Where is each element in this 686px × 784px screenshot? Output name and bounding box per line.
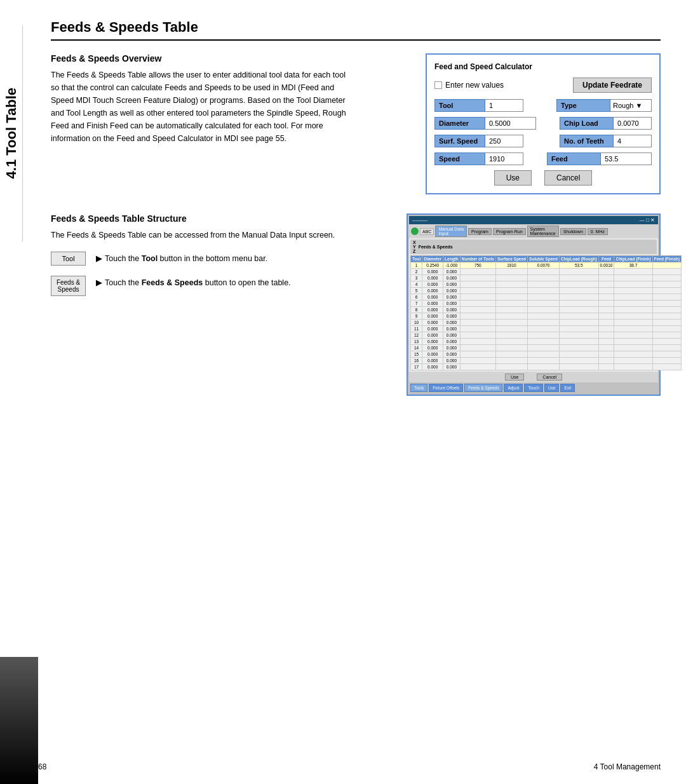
field-row-2: Diameter 0.5000 Chip Load 0.0070 [434, 117, 652, 130]
ss-system-btn: SystemMaintenance [527, 226, 559, 237]
table-row: 90.0000.000 [411, 313, 682, 320]
chip-load-label: Chip Load [560, 117, 614, 130]
type-field: Type Rough ▼ [556, 99, 652, 112]
ss-program-btn: Program [468, 228, 492, 235]
use-button[interactable]: Use [494, 170, 532, 186]
ss-footer-toolbar: Tools Fixture Offsets Feeds & Speeds Adj… [409, 382, 658, 393]
type-value[interactable]: Rough ▼ [610, 99, 652, 112]
surf-speed-label: Surf. Speed [434, 135, 485, 147]
checkbox-label[interactable]: Enter new values [434, 81, 504, 90]
feeds-speeds-instruction: ▶Touch the Feeds & Speeds button to open… [96, 276, 291, 289]
ss-adjust-btn[interactable]: Adjust [504, 384, 523, 392]
page-footer: 68 4 Tool Management [38, 762, 661, 771]
update-feedrate-button[interactable]: Update Feedrate [573, 78, 652, 93]
tool-example-button[interactable]: Tool [51, 252, 86, 266]
table-row: 140.0000.000 [411, 345, 682, 351]
ss-titlebar: ——— — □ ✕ [409, 216, 658, 224]
surf-speed-field: Surf. Speed 250 [434, 135, 523, 147]
table-row: 50.0000.000 [411, 288, 682, 294]
calc-box: Feed and Speed Calculator Enter new valu… [426, 53, 661, 194]
ss-window-controls: — □ ✕ [640, 217, 655, 223]
surf-speed-value: 250 [485, 135, 523, 147]
ss-col-length: Length [443, 256, 461, 262]
gradient-decoration [0, 657, 38, 784]
tool-value: 1 [485, 99, 523, 112]
ss-col-chipload: ChipLoad (Rough) [559, 256, 598, 262]
tool-field: Tool 1 [434, 99, 523, 112]
ss-col-feed: Feed [598, 256, 614, 262]
table-row: 40.0000.000 [411, 281, 682, 288]
calc-buttons: Use Cancel [434, 170, 652, 186]
table-row: 30.0000.000 [411, 275, 682, 281]
ss-content: XYZ Feeds & Speeds Tool Diameter Length … [409, 238, 658, 372]
ss-cancel-button[interactable]: Cancel [537, 374, 562, 381]
table-row: 160.0000.000 [411, 358, 682, 364]
ss-touch-btn[interactable]: Touch [524, 384, 542, 392]
field-row-4: Speed 1910 Feed 53.5 [434, 152, 652, 165]
ss-feeds-speeds-title: XYZ Feeds & Speeds [410, 240, 657, 254]
overview-section: Feeds & Speeds Overview The Feeds & Spee… [51, 53, 407, 194]
table-row: 110.0000.000 [411, 326, 682, 332]
field-row-3: Surf. Speed 250 No. of Teeth 4 [434, 135, 652, 147]
structure-body: The Feeds & Speeds Table can be accessed… [51, 229, 356, 241]
ss-table-body: 1 0.2540 -1.000 750 1910 0.0070 53.5 0.0… [411, 262, 682, 370]
overview-title: Feeds & Speeds Overview [51, 53, 407, 64]
diameter-label: Diameter [434, 117, 485, 130]
checkbox-text: Enter new values [445, 81, 504, 90]
table-row: 1 0.2540 -1.000 750 1910 0.0070 53.5 0.0… [411, 262, 682, 269]
ss-tools-btn[interactable]: Tools [410, 384, 427, 392]
ss-use-button[interactable]: Use [505, 374, 524, 381]
field-row-1: Tool 1 Type Rough ▼ [434, 99, 652, 112]
table-row: 100.0000.000 [411, 320, 682, 326]
diameter-value: 0.5000 [485, 117, 536, 130]
calc-title: Feed and Speed Calculator [434, 62, 652, 71]
speed-value: 1910 [485, 152, 523, 165]
ss-manual-data-btn: Manual DataInput [435, 226, 467, 237]
calculator-section: Feed and Speed Calculator Enter new valu… [426, 53, 661, 194]
structure-section: Feeds & Speeds Table Structure The Feeds… [51, 213, 387, 396]
table-row: 120.0000.000 [411, 332, 682, 339]
ss-abc-btn: ABC [420, 228, 434, 235]
diameter-field: Diameter 0.5000 [434, 117, 536, 130]
type-label: Type [556, 99, 610, 112]
chip-load-field: Chip Load 0.0070 [560, 117, 652, 130]
speed-label: Speed [434, 152, 485, 165]
feed-label: Feed [547, 152, 601, 165]
ss-program-run-btn: Program Run [493, 228, 526, 235]
feeds-speeds-example-button[interactable]: Feeds & Speeds [51, 276, 86, 296]
ss-fixture-offsets-btn[interactable]: Fixture Offsets [429, 384, 463, 392]
ss-mhz-btn: 0. MHz [588, 228, 608, 235]
side-tab: 4.1 Tool Table [0, 25, 23, 241]
feed-field: Feed 53.5 [547, 152, 652, 165]
ss-col-soluble-speed: Soluble Speed [528, 256, 560, 262]
table-row: 80.0000.000 [411, 307, 682, 313]
num-teeth-value: 4 [614, 135, 652, 147]
structure-title: Feeds & Speeds Table Structure [51, 213, 387, 224]
ss-shutdown-btn: Shutdown [560, 228, 586, 235]
ss-col-surface-speed: Surface Speed [495, 256, 527, 262]
table-row: 130.0000.000 [411, 339, 682, 345]
table-row: 70.0000.000 [411, 301, 682, 307]
ss-col-num-tools: Number of Tools [460, 256, 495, 262]
screenshot-area: ——— — □ ✕ ABC Manual DataInput Program P… [407, 213, 661, 396]
cancel-button[interactable]: Cancel [544, 170, 592, 186]
tool-button-example: Tool ▶Touch the Tool button in the botto… [51, 252, 387, 266]
ss-col-chipload-finish: ChipLoad (Finish) [614, 256, 652, 262]
speed-field: Speed 1910 [434, 152, 523, 165]
ss-data-table: Tool Diameter Length Number of Tools Sur… [410, 255, 682, 370]
num-teeth-label: No. of Teeth [560, 135, 614, 147]
enter-new-values-checkbox[interactable] [434, 81, 442, 89]
ss-feeds-speeds-footer-btn[interactable]: Feeds & Speeds [464, 384, 502, 392]
ss-feeds-speeds-label: Feeds & Speeds [419, 245, 453, 249]
ss-use-footer-btn[interactable]: Use [544, 384, 560, 392]
ss-exit-btn[interactable]: Exit [560, 384, 575, 392]
calc-top-row: Enter new values Update Feedrate [434, 78, 652, 93]
ss-title-text: ——— [412, 217, 427, 223]
table-row: 170.0000.000 [411, 364, 682, 370]
feeds-speeds-button-example: Feeds & Speeds ▶Touch the Feeds & Speeds… [51, 276, 387, 296]
page-number: 68 [38, 762, 46, 771]
feed-value: 53.5 [601, 152, 652, 165]
ss-col-feed-finish: Feed (Finish) [652, 256, 681, 262]
ss-bottom-row: Use Cancel [409, 372, 658, 382]
chip-load-value: 0.0070 [614, 117, 652, 130]
